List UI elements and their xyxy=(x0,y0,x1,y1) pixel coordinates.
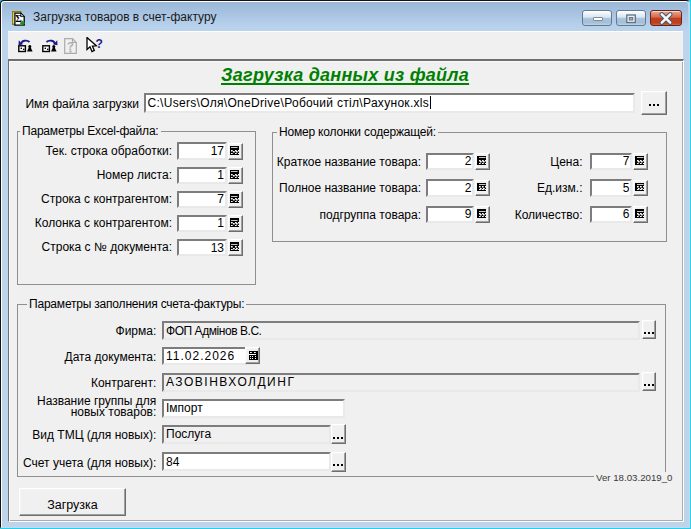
svg-text:?: ? xyxy=(96,37,103,51)
svg-text:?: ? xyxy=(67,40,74,52)
